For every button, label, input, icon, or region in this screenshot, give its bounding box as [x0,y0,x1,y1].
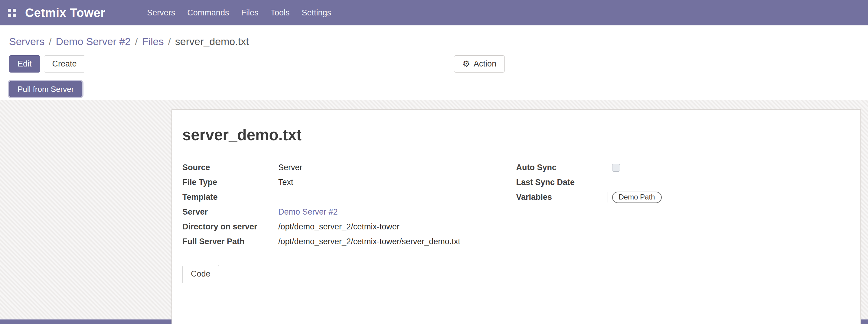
control-panel: Servers / Demo Server #2 / Files / serve… [0,25,868,100]
nav-item-servers[interactable]: Servers [141,0,181,25]
breadcrumb-link-servers[interactable]: Servers [9,36,44,47]
form-view-content: server_demo.txt Source Server File Type … [0,100,868,324]
fields-grid: Source Server File Type Text Template Se… [182,160,850,249]
field-value: Text [278,178,293,187]
field-directory-on-server: Directory on server /opt/demo_server_2/c… [182,220,516,234]
action-menu-label: Action [474,60,496,68]
fields-column-right: Auto Sync Last Sync Date Variables Demo … [516,160,850,249]
field-last-sync-date: Last Sync Date [516,175,850,190]
action-menu-button[interactable]: ⚙ Action [454,55,505,72]
tab-code[interactable]: Code [182,265,219,283]
field-value: Demo Path [612,192,662,203]
field-label: Variables [516,193,612,202]
pull-from-server-button[interactable]: Pull from Server [9,81,82,97]
server-record-link[interactable]: Demo Server #2 [278,207,338,217]
object-buttons-row: Pull from Server [0,72,868,100]
main-menu: Servers Commands Files Tools Settings [141,0,337,25]
create-button[interactable]: Create [44,55,85,72]
field-label: Directory on server [182,222,278,231]
app-brand[interactable]: Cetmix Tower [25,6,105,20]
top-navbar: Cetmix Tower Servers Commands Files Tool… [0,0,868,25]
breadcrumb-separator: / [49,36,52,47]
field-value [612,164,620,172]
record-title: server_demo.txt [182,126,850,144]
notebook-tabs: Code [182,265,850,283]
field-label: File Type [182,178,278,187]
nav-item-files[interactable]: Files [235,0,264,25]
field-label: Auto Sync [516,163,612,172]
apps-grid-square [8,13,11,17]
field-label: Last Sync Date [516,178,612,187]
field-label: Template [182,193,278,202]
breadcrumb: Servers / Demo Server #2 / Files / serve… [0,25,868,52]
field-label: Server [182,207,278,217]
auto-sync-checkbox[interactable] [612,164,620,172]
field-variables: Variables Demo Path [516,190,850,205]
variable-tag[interactable]: Demo Path [612,192,662,203]
field-label: Full Server Path [182,237,278,246]
record-sheet: server_demo.txt Source Server File Type … [172,109,861,324]
fields-column-left: Source Server File Type Text Template Se… [182,160,516,249]
apps-grid-square [8,9,11,12]
apps-grid-icon[interactable] [8,9,16,17]
breadcrumb-link-files[interactable]: Files [142,36,164,47]
edit-button[interactable]: Edit [9,55,40,72]
field-server: Server Demo Server #2 [182,205,516,220]
breadcrumb-separator: / [168,36,170,47]
nav-item-settings[interactable]: Settings [296,0,337,25]
field-value: /opt/demo_server_2/cetmix-tower [278,222,400,231]
gear-icon: ⚙ [462,60,470,68]
apps-grid-square [13,13,16,17]
toolbar: Edit Create ⚙ Action [0,52,868,72]
nav-item-commands[interactable]: Commands [181,0,235,25]
field-value: Server [278,163,303,172]
breadcrumb-current: server_demo.txt [175,36,249,47]
field-full-server-path: Full Server Path /opt/demo_server_2/cetm… [182,234,516,249]
field-file-type: File Type Text [182,175,516,190]
field-auto-sync: Auto Sync [516,160,850,175]
field-label: Source [182,163,278,172]
apps-grid-square [13,9,16,12]
nav-item-tools[interactable]: Tools [264,0,296,25]
field-value: /opt/demo_server_2/cetmix-tower/server_d… [278,237,460,246]
breadcrumb-link-demo-server[interactable]: Demo Server #2 [56,36,131,47]
field-source: Source Server [182,160,516,175]
notebook: Code [182,265,850,283]
breadcrumb-separator: / [135,36,137,47]
field-template: Template [182,190,516,205]
